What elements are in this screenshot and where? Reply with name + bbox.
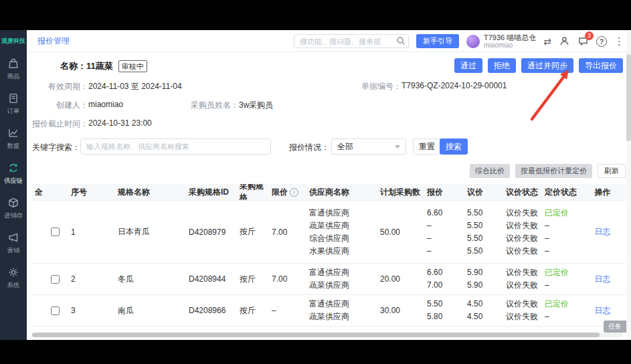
col-plan-qty: 计划采购数 [372, 184, 424, 200]
horizontal-scrollbar-thumb[interactable] [32, 333, 600, 337]
col-limit: 限价i [269, 184, 306, 200]
period-label: 有效周期： [32, 81, 88, 92]
more-icon[interactable]: ⋮ [614, 35, 624, 48]
global-search [294, 34, 409, 48]
app-window: 观麦科技 商品 订单 数据 供应链 [0, 30, 631, 340]
doc-no-value: T7936-QZ-2024-10-29-00001 [401, 81, 507, 92]
price-statuses: 已定价 – [542, 295, 579, 326]
quote-value: – [427, 219, 432, 232]
log-link[interactable]: 日志 [595, 305, 611, 316]
horizontal-scrollbar[interactable] [32, 333, 623, 337]
reset-button[interactable]: 重置 [413, 139, 441, 155]
nego-status: 议价失败 [506, 232, 538, 245]
nego-status: 议价失败 [506, 266, 538, 279]
reject-button[interactable]: 拒绝 [488, 58, 516, 73]
contact-icon[interactable] [559, 35, 570, 47]
col-unit: 采购规格 [237, 184, 269, 200]
log-link[interactable]: 日志 [595, 274, 611, 285]
plan-qty: 20.00 [372, 264, 424, 294]
keyword-search-input[interactable] [80, 139, 271, 155]
price-status: – [545, 310, 549, 323]
price-status: – [545, 279, 549, 292]
nego-value: 5.50 [467, 207, 482, 219]
order-receipt-icon [7, 92, 19, 104]
row-checkbox[interactable] [51, 306, 60, 315]
unit: 按斤 [237, 201, 269, 263]
sidebar-item-label: 进销存 [4, 211, 23, 220]
export-quote-button[interactable]: 导出报价 [579, 58, 623, 73]
goods-bag-icon [7, 58, 19, 70]
avatar[interactable] [466, 35, 480, 48]
message-icon[interactable]: 3 [577, 35, 589, 47]
nego-value: 5.50 [467, 245, 482, 258]
global-search-input[interactable] [294, 34, 409, 48]
spec-id: D4208966 [186, 295, 237, 326]
search-icon[interactable] [396, 36, 405, 48]
col-supplier: 供应商名称 [306, 184, 372, 200]
supplier-name: 富通供应商 [309, 266, 349, 279]
select-all-header[interactable]: 全 [32, 184, 48, 200]
sidebar: 观麦科技 商品 订单 数据 供应链 [0, 30, 27, 340]
sidebar-item-data[interactable]: 数据 [7, 127, 20, 151]
price-status: – [545, 232, 549, 245]
buyer-value: 3w采购员 [239, 100, 273, 111]
sidebar-item-orders[interactable]: 订单 [7, 92, 20, 116]
nego-statuses: 议价失败 议价失败 议价失败 议价失败 [503, 201, 542, 263]
spec-name: 冬瓜 [115, 264, 186, 294]
table-header-row: 全 序号 规格名称 采购规格ID 采购规格 限价i 供应商名称 计划采购数 报价… [32, 184, 626, 201]
sidebar-item-goods[interactable]: 商品 [7, 58, 20, 81]
sheet-name-value: 11蔬菜 [86, 60, 113, 72]
info-icon[interactable]: i [290, 188, 298, 197]
info-row-deadline: 报价截止时间：2024-10-31 23:00 [27, 118, 631, 129]
supplier-name: 水果供应商 [309, 245, 349, 258]
vertical-scrollbar[interactable] [626, 30, 631, 340]
limit-price: 7.00 [269, 264, 306, 294]
supplier-name: 蔬菜供应商 [309, 310, 349, 323]
quote-status-selected: 全部 [337, 141, 353, 153]
quote-status-select[interactable]: 全部 [331, 139, 406, 155]
inventory-box-icon [7, 197, 19, 209]
row-index: 1 [68, 201, 115, 263]
price-status: 已定价 [545, 207, 569, 219]
nego-value: 4.50 [467, 298, 482, 310]
refresh-button[interactable]: 刷新 [598, 164, 626, 178]
sidebar-item-inventory[interactable]: 进销存 [3, 197, 23, 220]
quote-values: 6.60 7.00 [424, 264, 464, 294]
search-button[interactable]: 搜索 [440, 139, 468, 155]
lowest-pricing-button[interactable]: 按最低报价计量定价 [515, 164, 592, 178]
approve-button[interactable]: 通过 [454, 58, 482, 73]
compare-button[interactable]: 综合比价 [470, 164, 510, 178]
nego-status: 议价失败 [506, 245, 538, 258]
switch-account-icon[interactable]: ⇄ [543, 36, 551, 47]
row-checkbox[interactable] [51, 227, 60, 236]
period-value: 2024-11-03 至 2024-11-04 [88, 81, 182, 92]
log-link[interactable]: 日志 [595, 226, 611, 238]
task-drawer-tab[interactable]: 任务 [604, 321, 626, 333]
sidebar-item-supply-chain[interactable]: 供应链 [3, 162, 23, 185]
sidebar-item-label: 供应链 [4, 177, 23, 185]
app-logo: 观麦科技 [0, 30, 27, 46]
sheet-title-row: 名称：11蔬菜 审核中 [60, 60, 147, 72]
nego-value: 5.90 [467, 266, 482, 279]
col-spec-name: 规格名称 [115, 184, 186, 200]
row-checkbox[interactable] [51, 275, 60, 284]
sidebar-item-system[interactable]: 系统 [7, 266, 20, 290]
nego-values: 5.90 5.90 [464, 264, 503, 294]
sidebar-nav: 商品 订单 数据 供应链 进销存 [0, 58, 27, 290]
sidebar-item-marketing[interactable]: 营销 [7, 232, 20, 255]
sheet-name-label: 名称： [60, 60, 86, 72]
nego-statuses: 议价失败 议价失败 [503, 264, 542, 294]
quote-value: 5.50 [427, 298, 442, 310]
supplier-name: 综合供应商 [309, 232, 349, 245]
nego-value: 5.50 [467, 232, 482, 245]
unit: 按斤 [237, 264, 269, 294]
newbie-guide-button[interactable]: 新手引导 [416, 34, 459, 48]
breadcrumb[interactable]: 报价管理 [37, 35, 70, 47]
sidebar-item-label: 商品 [7, 72, 19, 81]
help-icon[interactable]: ? [596, 36, 607, 47]
user-box[interactable]: T7936 喵喵总仓 miaomiao [466, 33, 536, 49]
nego-values: 5.50 5.50 5.50 5.50 [464, 201, 503, 263]
vertical-scrollbar-thumb[interactable] [626, 54, 631, 141]
approve-sync-button[interactable]: 通过并同步 [521, 58, 573, 73]
data-chart-icon [7, 127, 19, 139]
